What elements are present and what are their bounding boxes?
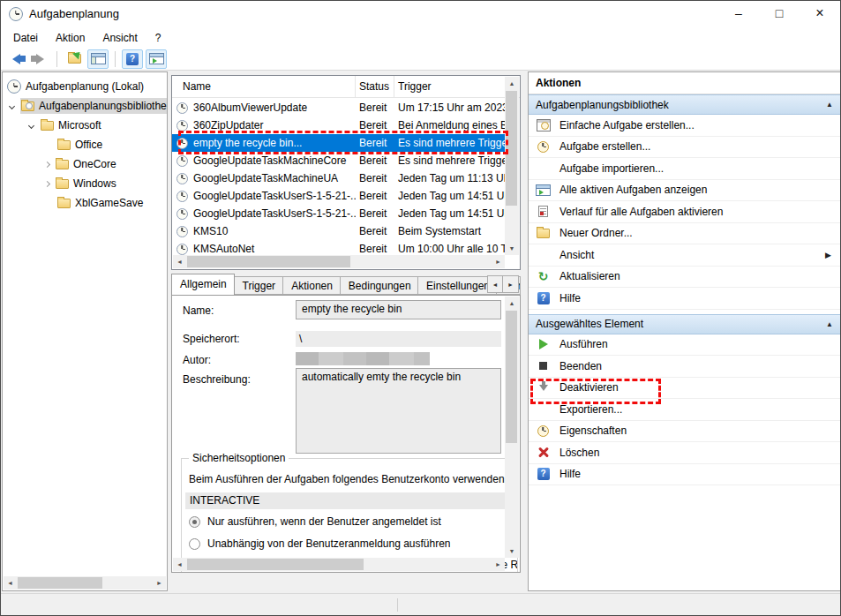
action-label: Ansicht — [559, 249, 594, 261]
tab-scroll-right-button[interactable]: ► — [503, 275, 519, 293]
action-disable[interactable]: Deaktivieren — [529, 378, 840, 400]
action-properties[interactable]: Eigenschaften — [529, 421, 840, 443]
task-row[interactable]: GoogleUpdateTaskMachineUA Bereit Jeden T… — [172, 169, 506, 187]
tree-item-onecore[interactable]: OneCore — [3, 154, 167, 174]
menu-aktion[interactable]: Aktion — [47, 30, 94, 46]
expander-collapsed-icon[interactable] — [44, 161, 50, 167]
close-button[interactable]: × — [800, 1, 840, 27]
scroll-right-icon[interactable]: ► — [153, 576, 166, 590]
scroll-left-icon[interactable]: ◄ — [173, 558, 186, 571]
create-task-clock-icon — [537, 141, 549, 153]
tab-aktionen[interactable]: Aktionen — [283, 276, 341, 295]
tree-item-windows[interactable]: Windows — [3, 174, 167, 193]
actions-group-library-header[interactable]: Aufgabenplanungsbibliothek ▲ — [529, 94, 840, 115]
tab-scroll-left-button[interactable]: ◄ — [487, 275, 503, 293]
details-horizontal-scrollbar[interactable]: ◄ ► — [173, 558, 505, 571]
action-delete[interactable]: Löschen — [529, 442, 840, 464]
menu-datei[interactable]: Datei — [4, 30, 47, 46]
scroll-up-icon[interactable]: ▲ — [505, 77, 519, 90]
scrollbar-thumb[interactable] — [506, 91, 517, 206]
action-end[interactable]: Beenden — [529, 356, 840, 378]
column-header-trigger[interactable]: Trigger — [394, 76, 520, 97]
action-pane-toggle-button[interactable] — [146, 49, 167, 69]
action-help-selected[interactable]: Hilfe — [529, 464, 840, 486]
name-field[interactable]: empty the recycle bin — [296, 300, 501, 319]
action-label: Aufgabe importieren... — [559, 162, 664, 175]
radio-unselected-icon[interactable] — [189, 538, 200, 550]
scroll-right-icon[interactable]: ► — [492, 255, 505, 268]
action-help[interactable]: Hilfe — [529, 288, 840, 310]
action-import-task[interactable]: Aufgabe importieren... — [529, 158, 840, 180]
action-enable-history[interactable]: Verlauf für alle Aufgaben aktivieren — [529, 201, 840, 223]
tree-item-office[interactable]: Office — [3, 135, 167, 154]
column-header-name[interactable]: Name — [172, 76, 356, 97]
column-header-status[interactable]: Status — [356, 76, 394, 97]
task-row[interactable]: 360ZipUpdater Bereit Bei Anmeldung eines… — [172, 116, 506, 134]
scrollbar-thumb[interactable] — [18, 577, 102, 589]
scroll-up-icon[interactable]: ▲ — [505, 297, 519, 310]
task-list-vertical-scrollbar[interactable]: ▲ ▼ — [505, 77, 519, 255]
action-label: Hilfe — [559, 468, 581, 480]
scroll-left-icon[interactable]: ◄ — [4, 576, 17, 590]
action-label: Deaktivieren — [559, 381, 619, 394]
description-field[interactable]: automatically emty the recycle bin — [296, 368, 501, 454]
console-tree-toggle-button[interactable] — [87, 49, 109, 69]
task-row[interactable]: GoogleUpdateTaskUserS-1-5-21-... Bereit … — [172, 187, 506, 205]
expander-expanded-icon[interactable] — [9, 102, 15, 109]
import-task-button[interactable] — [64, 49, 85, 69]
tree-item-bibliothek[interactable]: Aufgabenplanungsbibliothek — [3, 96, 167, 116]
task-row[interactable]: GoogleUpdateTaskMachineCore Bereit Es si… — [172, 152, 506, 169]
tree-item-xblgamesave[interactable]: XblGameSave — [3, 193, 167, 213]
scrollbar-thumb[interactable] — [506, 311, 517, 443]
task-list-horizontal-scrollbar[interactable]: ◄ ► — [173, 255, 505, 268]
action-run[interactable]: Ausführen — [529, 334, 840, 357]
action-create-basic-task[interactable]: Einfache Aufgabe erstellen... — [529, 115, 840, 137]
actions-group-selected-header[interactable]: Ausgewähltes Element ▲ — [529, 314, 840, 334]
tree-root-label: Aufgabenplanung (Lokal) — [26, 80, 144, 93]
minimize-button[interactable]: – — [718, 1, 759, 27]
menu-ansicht[interactable]: Ansicht — [94, 30, 146, 46]
scrollbar-thumb[interactable] — [187, 256, 350, 267]
tab-trigger[interactable]: Trigger — [235, 276, 284, 295]
action-refresh[interactable]: ↻ Aktualisieren — [529, 267, 840, 289]
task-row-selected[interactable]: empty the recycle bin... Bereit Es sind … — [172, 134, 506, 152]
expander-expanded-icon[interactable] — [28, 122, 34, 128]
radio-run-independent[interactable]: Unabhängig von der Benutzeranmeldung aus… — [189, 537, 517, 550]
expander-collapsed-icon[interactable] — [44, 180, 50, 186]
task-row[interactable]: KMS10 Bereit Beim Systemstart — [172, 222, 506, 240]
tab-allgemein[interactable]: Allgemein — [171, 274, 235, 295]
task-row[interactable]: 360AlbumViewerUpdate Bereit Um 17:15 Uhr… — [172, 99, 506, 116]
scroll-down-icon[interactable]: ▼ — [505, 545, 519, 558]
radio-selected-icon[interactable] — [189, 516, 200, 528]
task-row[interactable]: GoogleUpdateTaskUserS-1-5-21-... Bereit … — [172, 205, 506, 222]
collapse-icon[interactable]: ▲ — [826, 320, 833, 328]
action-export[interactable]: Exportieren... — [529, 399, 840, 421]
tab-bedingungen[interactable]: Bedingungen — [341, 276, 418, 295]
maximize-button[interactable]: □ — [759, 1, 800, 27]
tree-horizontal-scrollbar[interactable]: ◄ ► — [4, 576, 166, 590]
tree-item-microsoft[interactable]: Microsoft — [3, 116, 167, 135]
action-view[interactable]: Ansicht ▶ — [529, 244, 840, 267]
action-create-task[interactable]: Aufgabe erstellen... — [529, 137, 840, 159]
app-clock-icon — [9, 7, 23, 21]
tab-einstellungen[interactable]: Einstellungen — [418, 276, 497, 295]
task-clock-icon — [176, 244, 188, 255]
action-show-running-tasks[interactable]: Alle aktiven Aufgaben anzeigen — [529, 180, 840, 202]
back-button[interactable] — [5, 49, 26, 69]
scroll-down-icon[interactable]: ▼ — [505, 242, 519, 255]
help-toolbar-button[interactable] — [122, 49, 143, 69]
scroll-left-icon[interactable]: ◄ — [173, 255, 186, 268]
scrollbar-thumb[interactable] — [187, 559, 364, 570]
tree-root-aufgabenplanung[interactable]: Aufgabenplanung (Lokal) — [3, 77, 167, 96]
menu-help[interactable]: ? — [146, 30, 170, 46]
scroll-right-icon[interactable]: ► — [492, 558, 505, 571]
task-trigger: Beim Systemstart — [394, 225, 506, 237]
task-row[interactable]: KMSAutoNet Bereit Um 10:00 Uhr alle 10 T… — [172, 240, 506, 255]
action-label: Löschen — [559, 447, 599, 459]
radio-run-logged-in[interactable]: Nur ausführen, wenn der Benutzer angemel… — [189, 515, 517, 528]
collapse-icon[interactable]: ▲ — [826, 101, 833, 109]
help-icon — [126, 53, 139, 65]
details-vertical-scrollbar[interactable]: ▲ ▼ — [505, 297, 519, 558]
action-new-folder[interactable]: Neuer Ordner... — [529, 223, 840, 245]
forward-button[interactable] — [29, 49, 50, 69]
